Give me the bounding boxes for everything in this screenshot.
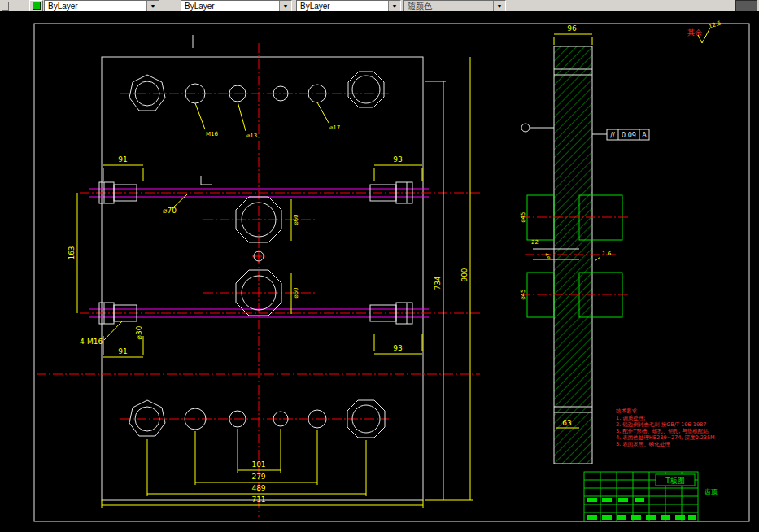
dim-sec-pin: ⌀7 [545,253,552,260]
technical-notes: 技术要求 1. 调质处理; 2. 锐边倒钝去毛刺 按GB/T 196-1987 … [615,408,715,447]
dim-489: 489 [251,484,265,492]
roughness-other-label: 其余 [687,28,702,37]
dim-hub-upper: ⌀60 [293,214,299,225]
hole-callout: ⌀17 [329,124,340,131]
dimension-lines [77,57,473,508]
docked-tool-button[interactable] [735,0,757,11]
dim-101: 101 [251,460,265,469]
dim-sec-width: 96 [567,24,577,33]
cad-application-window: ByLayer ▼ ByLayer ▼ ByLayer ▼ 随颜色 ▼ [0,0,759,532]
centerlines [37,43,482,517]
dim-900: 900 [460,268,469,281]
layer-combo[interactable]: ByLayer ▼ [44,0,159,11]
layer-combo-value: ByLayer [45,2,146,11]
dim-sec-slot: 22 [531,239,539,246]
roughness-value: 12.5 [708,20,722,29]
linetype-combo[interactable]: ByLayer ▼ [181,0,292,11]
properties-toolbar: ByLayer ▼ ByLayer ▼ ByLayer ▼ 随颜色 ▼ [0,0,759,11]
plotstyle-combo-value: 随颜色 [404,2,493,11]
color-button[interactable] [29,0,43,11]
hole-callout: ⌀13 [246,133,257,139]
color-swatch-icon [33,2,41,10]
hole-leaders [195,102,329,131]
dim-711: 711 [251,495,265,504]
dim-thread: 4-M16 [80,338,103,346]
model-space-canvas[interactable]: M16 ⌀13 ⌀17 [0,11,759,532]
plotstyle-combo[interactable]: 随颜色 ▼ [403,0,506,11]
dim-sec-hub-upper: ⌀45 [520,211,526,222]
tolerance-frame: // 0.09 A [592,129,649,140]
drawing-name: T板图 [665,477,685,485]
title-block-entries [587,498,696,520]
note-line: 5. 表面发黑、磷化处理 [616,441,670,447]
note-line: 1. 调质处理; [616,415,645,421]
dim-163: 163 [68,246,76,259]
datum-leader [521,124,554,132]
dim-sec-fit: 1.6 [602,251,612,257]
dim-bottom-left: 91 [118,347,127,355]
lineweight-combo[interactable]: ByLayer ▼ [296,0,401,11]
dim-top-left: 91 [118,155,127,164]
dim-hub-lower: ⌀60 [293,287,299,298]
dim-sec-hub-lower: ⌀45 [520,289,526,299]
note-line: 2. 锐边倒钝去毛刺 按GB/T 196-1987 [616,421,706,428]
dim-sec-bottom: 63 [562,419,571,427]
notes-title: 技术要求 [615,408,638,414]
dim-734: 734 [434,276,442,290]
dim-top-right: 93 [393,155,402,164]
section-view: 96 其余 12.5 // 0.09 A [520,20,722,464]
toolbar-grip[interactable] [2,2,9,11]
dim-279: 279 [251,473,265,481]
chevron-down-icon[interactable]: ▼ [146,1,159,11]
title-block-side-label: 齿顶 [704,488,718,495]
tolerance-datum: A [642,132,647,139]
title-block: T板图 齿顶 [584,472,718,521]
dim-rod2-dia: ⌀30 [135,325,143,339]
dim-bottom-right: 93 [393,344,402,352]
note-line: 3. 配作T形槽、螺孔、销孔, 与垫板配钻 [616,428,709,434]
cad-drawing[interactable]: M16 ⌀13 ⌀17 [0,11,759,532]
lineweight-combo-value: ByLayer [297,2,388,11]
sec-width-dim [554,34,592,45]
chevron-down-icon[interactable]: ▼ [493,1,505,11]
front-view: M16 ⌀13 ⌀17 [37,35,482,517]
chevron-down-icon[interactable]: ▼ [279,1,291,11]
top-hole-row [129,72,384,111]
dim-rod-dia: ⌀70 [163,207,177,215]
tolerance-symbol: // [610,132,615,139]
chevron-down-icon[interactable]: ▼ [388,1,400,11]
hole-callout: M16 [206,131,218,137]
note-line: 4. 表面热处理HB239~274, 深度0.235M [616,434,715,441]
linetype-combo-value: ByLayer [181,2,279,11]
fit-leader [595,257,600,261]
tolerance-value: 0.09 [622,132,636,139]
